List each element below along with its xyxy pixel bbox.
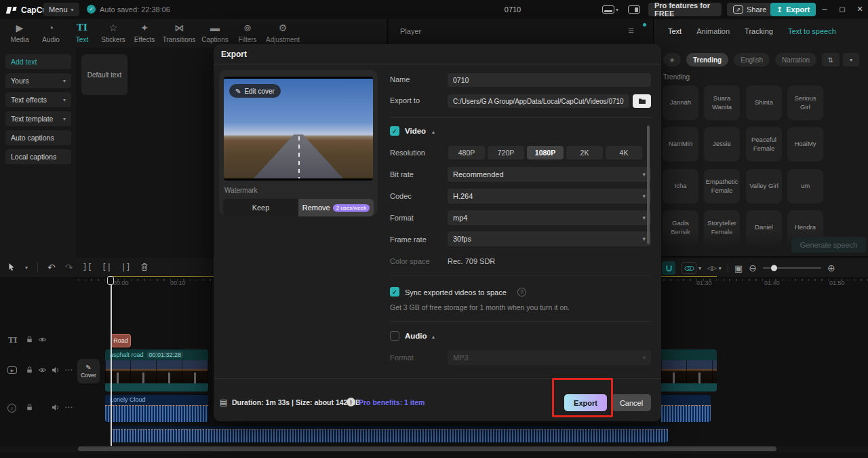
redo-icon[interactable]: ↷ [65,262,73,273]
voice-valley-girl[interactable]: Valley Girl [746,169,782,204]
ribbon-transitions[interactable]: ⋈Transitions [160,23,198,43]
sync-checkbox[interactable]: ✓ [390,287,399,297]
export-path-input[interactable] [448,94,629,108]
zoom-out-icon[interactable]: ⊖ [749,263,757,273]
menu-button[interactable]: Menu ▾ [43,3,79,16]
layout-switcher[interactable]: ▾ [602,5,618,14]
name-input[interactable] [448,73,651,87]
video-checkbox[interactable]: ✓ [390,126,399,136]
tab-animation[interactable]: Animation [696,27,730,35]
pro-features-button[interactable]: Pro features for FREE [648,3,722,16]
sidebar-auto-captions[interactable]: Auto captions [5,130,71,145]
audio-clip-left[interactable]: Lonely Cloud [105,395,208,422]
lock-icon[interactable] [26,366,33,375]
voice-jannah[interactable]: Jannah [663,85,698,120]
speaker-icon[interactable] [52,366,60,375]
lock-icon[interactable] [26,336,33,345]
voice-suara-wanita[interactable]: Suara Wanita [704,85,740,120]
voice-um[interactable]: um [787,169,823,204]
resolution-720p[interactable]: 720P [488,146,524,159]
ribbon-text[interactable]: TIText [66,23,98,43]
watermark-remove-button[interactable]: Remove 2 uses/week [298,199,374,216]
delete-icon[interactable] [140,263,149,273]
tab-tracking[interactable]: Tracking [745,27,773,35]
ribbon-adjustment[interactable]: ⚙Adjustment [263,23,302,43]
generate-speech-button[interactable]: Generate speech [791,237,866,252]
voice-jessie[interactable]: Jessie [704,127,740,161]
voice-shinta[interactable]: Shinta [746,85,782,120]
export-button-top[interactable]: ↥ Export [770,3,816,16]
ribbon-audio[interactable]: ◔Audio [35,23,66,43]
voice-hoaimy[interactable]: HoaiMy [787,127,823,161]
browse-folder-button[interactable] [633,94,651,108]
voice-serious-girl[interactable]: Serious Girl [787,85,823,120]
ribbon-media[interactable]: ▶Media [4,23,35,43]
dialog-cancel-button[interactable]: Cancel [612,394,651,411]
screen-record-icon[interactable]: ▣ [734,263,743,273]
maximize-button[interactable]: ▢ [835,2,849,16]
tab-text-to-speech[interactable]: Text to speech [788,27,836,35]
delete-left-icon[interactable]: [| [102,263,111,272]
sidebar-text-template[interactable]: Text template▾ [5,111,71,126]
audio-checkbox[interactable] [390,331,399,341]
audio-clip-right[interactable] [661,395,711,422]
watermark-keep-button[interactable]: Keep [223,199,298,216]
dialog-scrollbar[interactable] [647,126,650,244]
pro-benefits-link[interactable]: Pro benefits: 1 item [359,398,425,406]
caret-up-icon[interactable]: ▴ [432,334,435,340]
layout-compact-icon[interactable] [628,5,640,14]
sort-filter-icon[interactable]: ⇅ [822,53,840,66]
chevron-down-icon[interactable]: ▾ [843,53,859,66]
resolution-4k[interactable]: 4K [606,146,642,159]
video-clip-right[interactable] [661,349,717,392]
codec-dropdown[interactable]: H.264▾ [448,189,651,204]
ribbon-filters[interactable]: ⊚Filters [232,23,263,43]
delete-right-icon[interactable]: |] [121,263,130,272]
timeline-zoom-slider[interactable] [763,267,821,269]
framerate-dropdown[interactable]: 30fps▾ [448,231,651,246]
ribbon-effects[interactable]: ✦Effects [129,23,160,43]
playhead-handle[interactable] [107,276,114,285]
hscrollbar-thumb[interactable] [78,446,776,451]
player-menu-icon[interactable]: ≡ [628,24,634,36]
sidebar-local-captions[interactable]: Local captions [5,149,71,164]
link-clips-control[interactable]: ▾ [682,262,701,274]
close-button[interactable]: × [853,2,867,16]
speaker-icon[interactable] [52,404,60,413]
preview-axis-control[interactable]: ◁▷ ▾ [707,265,722,271]
undo-icon[interactable]: ↶ [47,262,56,273]
filter-narration[interactable]: Narration [775,53,816,66]
more-icon[interactable]: ⋯ [64,365,73,375]
text-clip-road[interactable]: Road [111,334,131,347]
cover-preview[interactable]: ✎ Edit cover [224,77,373,180]
more-icon[interactable]: ⋯ [64,402,73,412]
minimize-button[interactable]: – [818,2,831,16]
resolution-480p[interactable]: 480P [448,146,485,159]
sidebar-yours[interactable]: Yours▾ [5,73,71,88]
default-text-card[interactable]: Default text [81,54,127,95]
split-icon[interactable]: ][ [82,263,92,272]
voice-nammin[interactable]: NamMin [663,127,698,161]
format-dropdown[interactable]: mp4▾ [448,210,651,225]
voice-icha[interactable]: Icha [663,169,698,204]
resolution-1080p[interactable]: 1080P [527,146,564,159]
voice-peaceful-female[interactable]: Peaceful Female [746,127,782,161]
favorites-filter[interactable]: ★ [663,53,681,66]
question-icon[interactable]: ? [517,288,526,297]
edit-cover-button[interactable]: ✎ Edit cover [229,84,281,98]
cover-button[interactable]: ✎ Cover [77,359,100,383]
cursor-select-icon[interactable] [8,263,16,273]
ribbon-stickers[interactable]: ☆Stickers [98,23,129,43]
audio-clip-track2[interactable] [111,426,668,442]
bitrate-dropdown[interactable]: Recommended▾ [448,167,651,182]
eye-icon[interactable] [38,336,47,345]
filter-english[interactable]: English [734,53,770,66]
tab-text[interactable]: Text [668,27,682,35]
zoom-in-icon[interactable]: ⊕ [827,263,835,273]
eye-icon[interactable] [38,366,47,375]
resolution-2k[interactable]: 2K [566,146,603,159]
filter-trending[interactable]: Trending [686,53,728,66]
voice-empathetic-female[interactable]: Empathetic Female [704,169,740,204]
ribbon-captions[interactable]: ▬Captions [198,23,232,43]
slider-thumb[interactable] [771,265,777,271]
